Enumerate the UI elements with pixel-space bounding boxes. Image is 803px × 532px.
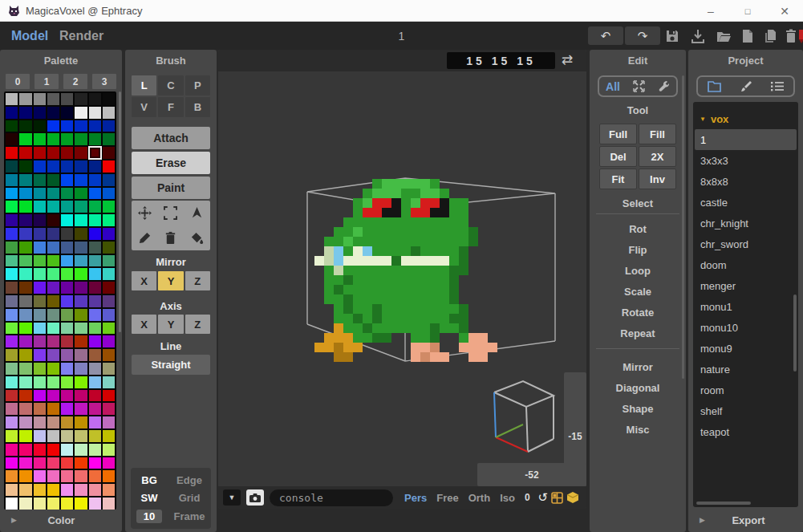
grid-toggle-icon[interactable] (551, 492, 563, 504)
color-swatch[interactable] (75, 376, 87, 388)
axis-x[interactable]: X (132, 315, 156, 334)
color-swatch[interactable] (89, 160, 101, 173)
brush-mode-c[interactable]: C (158, 75, 183, 95)
color-swatch[interactable] (61, 444, 73, 456)
color-swatch[interactable] (103, 457, 115, 469)
straight-line-button[interactable]: Straight (132, 355, 210, 375)
color-swatch[interactable] (6, 188, 18, 200)
frame-count-chip[interactable]: 10 (136, 510, 162, 523)
color-swatch[interactable] (19, 255, 31, 267)
color-swatch[interactable] (75, 497, 87, 510)
color-swatch[interactable] (47, 444, 59, 456)
color-swatch[interactable] (89, 363, 101, 375)
color-swatch[interactable] (89, 416, 101, 428)
color-swatch[interactable] (89, 295, 101, 307)
color-swatch[interactable] (6, 497, 18, 510)
color-swatch[interactable] (47, 242, 59, 254)
color-swatch[interactable] (61, 147, 73, 159)
color-swatch[interactable] (61, 376, 73, 388)
color-swatch[interactable] (6, 268, 18, 280)
color-swatch[interactable] (34, 255, 46, 267)
color-swatch[interactable] (6, 403, 18, 415)
color-swatch[interactable] (34, 268, 46, 280)
color-swatch[interactable] (75, 430, 87, 442)
color-swatch[interactable] (75, 107, 87, 119)
color-swatch[interactable] (61, 174, 73, 186)
palette-tab-3[interactable]: 3 (92, 74, 116, 89)
color-swatch[interactable] (19, 242, 31, 254)
color-swatch[interactable] (47, 174, 59, 186)
color-swatch[interactable] (34, 228, 46, 240)
color-swatch[interactable] (75, 349, 87, 361)
color-swatch[interactable] (61, 484, 73, 496)
color-swatch[interactable] (6, 309, 18, 321)
color-swatch[interactable] (19, 282, 31, 294)
rotation-slider-horizontal[interactable]: -52 (477, 463, 586, 486)
maximize-button[interactable]: □ (729, 0, 766, 22)
color-swatch[interactable] (75, 268, 87, 280)
color-swatch[interactable] (34, 201, 46, 213)
color-swatch[interactable] (19, 457, 31, 469)
mirror-axis-z[interactable]: Z (185, 271, 210, 290)
edit-tool-del[interactable]: Del (599, 146, 637, 167)
color-swatch[interactable] (103, 93, 115, 105)
brush-mode-b[interactable]: B (185, 97, 210, 117)
color-swatch[interactable] (61, 416, 73, 428)
color-swatch[interactable] (6, 349, 18, 361)
color-swatch[interactable] (19, 133, 31, 145)
color-swatch[interactable] (34, 174, 46, 186)
color-swatch[interactable] (61, 107, 73, 119)
color-swatch[interactable] (34, 120, 46, 132)
edit-section-scale[interactable]: Scale (590, 286, 686, 298)
color-swatch[interactable] (61, 228, 73, 240)
edit-section-mirror[interactable]: Mirror (590, 361, 686, 373)
edit-section-shape[interactable]: Shape (590, 403, 686, 415)
color-pen-icon[interactable] (798, 28, 803, 44)
color-swatch[interactable] (19, 174, 31, 186)
color-swatch[interactable] (75, 147, 87, 159)
edit-section-misc[interactable]: Misc (590, 424, 686, 436)
color-swatch[interactable] (6, 457, 18, 469)
color-swatch[interactable] (103, 188, 115, 200)
close-button[interactable]: ✕ (766, 0, 803, 22)
color-swatch[interactable] (75, 160, 87, 173)
color-swatch[interactable] (47, 349, 59, 361)
project-item-monu1[interactable]: monu1 (693, 296, 798, 317)
color-swatch[interactable] (47, 282, 59, 294)
console-dropdown-button[interactable]: ▼ (223, 489, 241, 506)
color-swatch[interactable] (89, 484, 101, 496)
color-swatch[interactable] (19, 228, 31, 240)
color-swatch[interactable] (47, 93, 59, 105)
project-item-doom[interactable]: doom (693, 254, 798, 275)
color-swatch[interactable] (89, 120, 101, 132)
color-swatch[interactable] (103, 470, 115, 482)
color-swatch[interactable] (75, 403, 87, 415)
color-swatch[interactable] (61, 470, 73, 482)
color-swatch[interactable] (89, 497, 101, 510)
color-swatch[interactable] (103, 349, 115, 361)
move-tool-icon[interactable] (132, 201, 158, 225)
copy-icon[interactable] (762, 28, 778, 44)
color-swatch[interactable] (19, 120, 31, 132)
color-swatch[interactable] (75, 335, 87, 347)
color-swatch[interactable] (34, 390, 46, 402)
color-swatch[interactable] (75, 457, 87, 469)
color-swatch[interactable] (61, 497, 73, 510)
color-swatch[interactable] (19, 349, 31, 361)
color-swatch[interactable] (47, 335, 59, 347)
voxel-model-frog[interactable] (314, 179, 507, 362)
color-swatch[interactable] (6, 430, 18, 442)
color-swatch[interactable] (34, 349, 46, 361)
color-swatch[interactable] (89, 255, 101, 267)
color-swatch[interactable] (34, 282, 46, 294)
model-size-input[interactable]: 15 15 15 (447, 52, 555, 69)
color-swatch[interactable] (34, 93, 46, 105)
color-swatch[interactable] (6, 444, 18, 456)
color-swatch[interactable] (61, 133, 73, 145)
color-swatch[interactable] (103, 120, 115, 132)
color-swatch[interactable] (19, 444, 31, 456)
color-swatch[interactable] (6, 323, 18, 335)
color-swatch[interactable] (19, 201, 31, 213)
color-swatch[interactable] (6, 255, 18, 267)
color-swatch[interactable] (61, 335, 73, 347)
